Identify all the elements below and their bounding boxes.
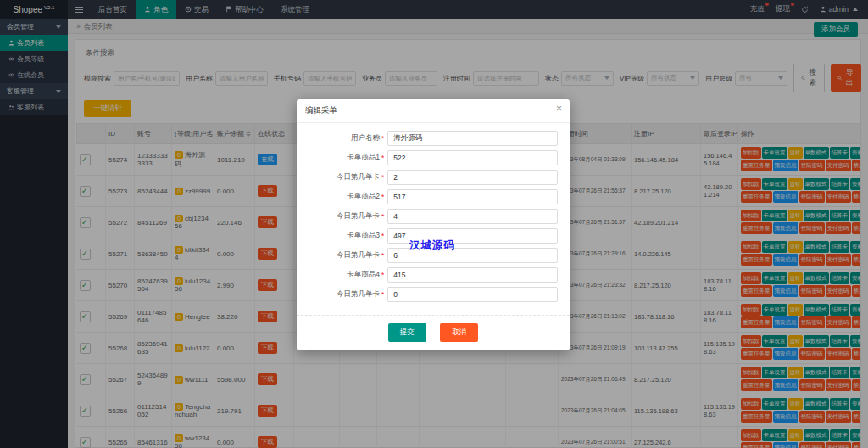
field-label: 卡单商品3: [309, 231, 380, 241]
required-asterisk: *: [381, 232, 384, 240]
today-order-4-field[interactable]: [387, 287, 558, 302]
cancel-button[interactable]: 取消: [440, 323, 478, 342]
username-field[interactable]: [387, 131, 558, 146]
modal-footer: 提交 取消: [297, 315, 570, 350]
required-asterisk: *: [381, 173, 384, 182]
submit-button[interactable]: 提交: [388, 323, 426, 342]
required-asterisk: *: [381, 290, 384, 299]
today-order-1-field[interactable]: [387, 170, 558, 185]
field-label: 今日第几单卡: [309, 289, 380, 300]
modal-body: 用户名称* 卡单商品1* 今日第几单卡* 卡单商品2* 今日第几单卡* 卡单商品…: [297, 123, 570, 308]
close-icon[interactable]: ×: [556, 104, 562, 114]
field-label: 卡单商品4: [309, 270, 380, 280]
card-product-2-field[interactable]: [387, 189, 558, 204]
card-product-4-field[interactable]: [387, 267, 558, 283]
modal-title: 编辑采单: [305, 105, 337, 115]
required-asterisk: *: [381, 271, 384, 279]
field-label: 卡单商品2: [309, 192, 380, 202]
required-asterisk: *: [381, 251, 384, 260]
today-order-2-field[interactable]: [387, 209, 558, 224]
watermark-link[interactable]: 汉城源码: [409, 238, 455, 253]
field-label: 卡单商品1: [309, 153, 380, 163]
field-label: 今日第几单卡: [309, 172, 380, 182]
field-label: 用户名称: [309, 133, 380, 143]
required-asterisk: *: [381, 212, 384, 221]
edit-order-modal: 编辑采单 × 用户名称* 卡单商品1* 今日第几单卡* 卡单商品2* 今日第几单…: [297, 99, 570, 350]
required-asterisk: *: [381, 134, 384, 143]
field-label: 今日第几单卡: [309, 250, 380, 260]
card-product-1-field[interactable]: [387, 150, 558, 165]
required-asterisk: *: [381, 154, 384, 162]
modal-title-bar: 编辑采单 ×: [297, 99, 570, 123]
field-label: 今日第几单卡: [309, 211, 380, 221]
required-asterisk: *: [381, 193, 384, 201]
